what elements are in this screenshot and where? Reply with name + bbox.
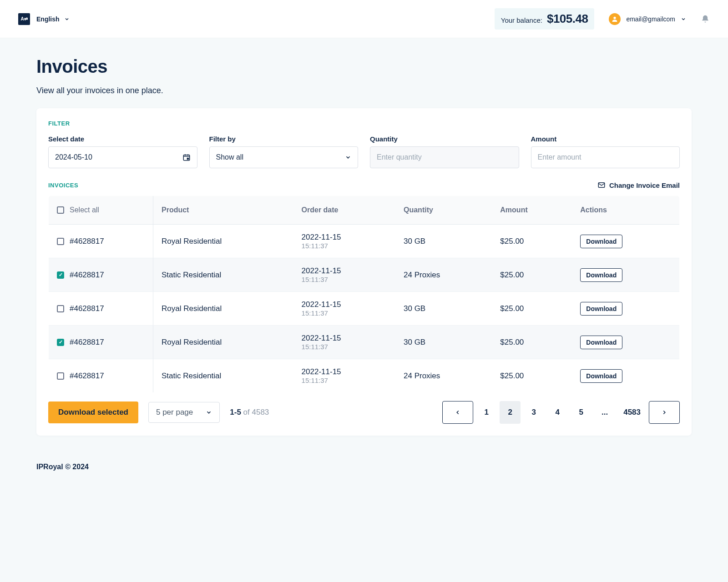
date-value: 2024-05-10 <box>55 153 92 161</box>
range-rest: of 4583 <box>241 408 269 416</box>
page-subtitle: View all your invoices in one place. <box>36 86 692 95</box>
download-button[interactable]: Download <box>580 369 622 383</box>
filter-date-label: Select date <box>48 135 197 143</box>
table-row: #4628817 Static Residential 2022-11-15 1… <box>49 359 680 393</box>
download-button[interactable]: Download <box>580 302 622 316</box>
change-email-label: Change Invoice Email <box>609 181 680 189</box>
chevron-right-icon <box>661 409 667 416</box>
date-cell: 2022-11-15 15:11:37 <box>293 359 395 393</box>
quantity-cell: 30 GB <box>395 326 492 359</box>
quantity-input[interactable]: Enter quantity <box>370 146 519 168</box>
table-row: #4628817 Static Residential 2022-11-15 1… <box>49 258 680 292</box>
chevron-left-icon <box>455 409 461 416</box>
amount-cell: $25.00 <box>492 359 572 393</box>
copyright: IPRoyal © 2024 <box>36 463 89 471</box>
select-all-label: Select all <box>70 206 99 214</box>
per-page-select[interactable]: 5 per page <box>148 402 220 423</box>
amount-cell: $25.00 <box>492 258 572 292</box>
chevron-down-icon <box>206 409 212 416</box>
logo: A⇄ <box>18 13 30 25</box>
invoices-card: FILTER Select date 2024-05-10 Filter by … <box>36 108 692 436</box>
page-footer: IPRoyal © 2024 <box>0 449 728 485</box>
row-checkbox[interactable] <box>57 271 64 279</box>
date-cell: 2022-11-15 15:11:37 <box>293 258 395 292</box>
invoice-id: #4628817 <box>70 304 104 313</box>
page-5[interactable]: 5 <box>571 401 592 424</box>
row-checkbox[interactable] <box>57 339 64 346</box>
amount-cell: $25.00 <box>492 225 572 258</box>
page-ellipsis: ... <box>594 401 615 424</box>
table-row: #4628817 Royal Residential 2022-11-15 15… <box>49 225 680 258</box>
row-checkbox[interactable] <box>57 372 64 380</box>
row-checkbox[interactable] <box>57 238 64 245</box>
quantity-cell: 30 GB <box>395 225 492 258</box>
col-select-all[interactable]: Select all <box>49 196 153 225</box>
row-checkbox[interactable] <box>57 305 64 312</box>
filter-by-label: Filter by <box>209 135 359 143</box>
balance-amount: $105.48 <box>547 12 588 26</box>
product-cell: Royal Residential <box>153 225 293 258</box>
calendar-icon <box>182 153 191 161</box>
user-email: email@gmailcom <box>626 15 675 23</box>
pagination: 12345...4583 <box>442 401 680 424</box>
select-all-checkbox[interactable] <box>57 206 64 214</box>
date-cell: 2022-11-15 15:11:37 <box>293 292 395 326</box>
invoice-id: #4628817 <box>70 237 104 246</box>
topbar-left: A⇄ English <box>18 13 70 25</box>
result-range: 1-5 of 4583 <box>230 408 269 417</box>
filter-amount-label: Amount <box>531 135 680 143</box>
per-page-value: 5 per page <box>156 408 193 417</box>
page-next[interactable] <box>649 401 680 424</box>
col-actions: Actions <box>572 196 679 225</box>
date-cell: 2022-11-15 15:11:37 <box>293 225 395 258</box>
page-1[interactable]: 1 <box>476 401 497 424</box>
change-invoice-email[interactable]: Change Invoice Email <box>597 181 680 189</box>
page-4[interactable]: 4 <box>547 401 568 424</box>
page-2[interactable]: 2 <box>500 401 521 424</box>
download-button[interactable]: Download <box>580 235 622 248</box>
svg-point-0 <box>614 16 616 19</box>
topbar-right: Your balance: $105.48 email@gmailcom <box>495 8 710 30</box>
filter-row: Select date 2024-05-10 Filter by Show al… <box>48 135 680 168</box>
chevron-down-icon <box>64 16 70 22</box>
col-amount: Amount <box>492 196 572 225</box>
page-prev[interactable] <box>442 401 473 424</box>
language-label: English <box>36 15 60 23</box>
avatar <box>609 13 621 25</box>
filter-by-select[interactable]: Show all <box>209 146 359 168</box>
invoices-section-label: INVOICES <box>48 182 78 189</box>
download-button[interactable]: Download <box>580 336 622 349</box>
bell-icon[interactable] <box>701 15 710 24</box>
filter-date: Select date 2024-05-10 <box>48 135 197 168</box>
invoice-id: #4628817 <box>70 338 104 347</box>
amount-input[interactable]: Enter amount <box>531 146 680 168</box>
chevron-down-icon <box>345 154 351 161</box>
balance-display: Your balance: $105.48 <box>495 8 595 30</box>
download-button[interactable]: Download <box>580 268 622 282</box>
mail-icon <box>597 181 606 189</box>
table-footer: Download selected 5 per page 1-5 of 4583… <box>48 401 680 424</box>
col-order-date: Order date <box>293 196 395 225</box>
page-title: Invoices <box>36 56 692 77</box>
filter-quantity-label: Quantity <box>370 135 519 143</box>
product-cell: Royal Residential <box>153 326 293 359</box>
user-menu[interactable]: email@gmailcom <box>609 13 686 25</box>
page-4583[interactable]: 4583 <box>618 401 646 424</box>
balance-label: Your balance: <box>501 16 542 24</box>
filter-by-value: Show all <box>216 153 243 161</box>
language-select[interactable]: English <box>36 15 70 23</box>
date-input[interactable]: 2024-05-10 <box>48 146 197 168</box>
page-3[interactable]: 3 <box>523 401 544 424</box>
product-cell: Static Residential <box>153 258 293 292</box>
product-cell: Static Residential <box>153 359 293 393</box>
filter-amount: Amount Enter amount <box>531 135 680 168</box>
quantity-cell: 24 Proxies <box>395 359 492 393</box>
invoices-table: Select all Product Order date Quantity A… <box>48 196 680 393</box>
download-selected-button[interactable]: Download selected <box>48 401 138 423</box>
filter-section-label: FILTER <box>48 120 680 127</box>
col-product: Product <box>153 196 293 225</box>
invoices-header-row: INVOICES Change Invoice Email <box>48 181 680 189</box>
amount-placeholder: Enter amount <box>538 153 581 161</box>
quantity-cell: 30 GB <box>395 292 492 326</box>
filter-quantity: Quantity Enter quantity <box>370 135 519 168</box>
